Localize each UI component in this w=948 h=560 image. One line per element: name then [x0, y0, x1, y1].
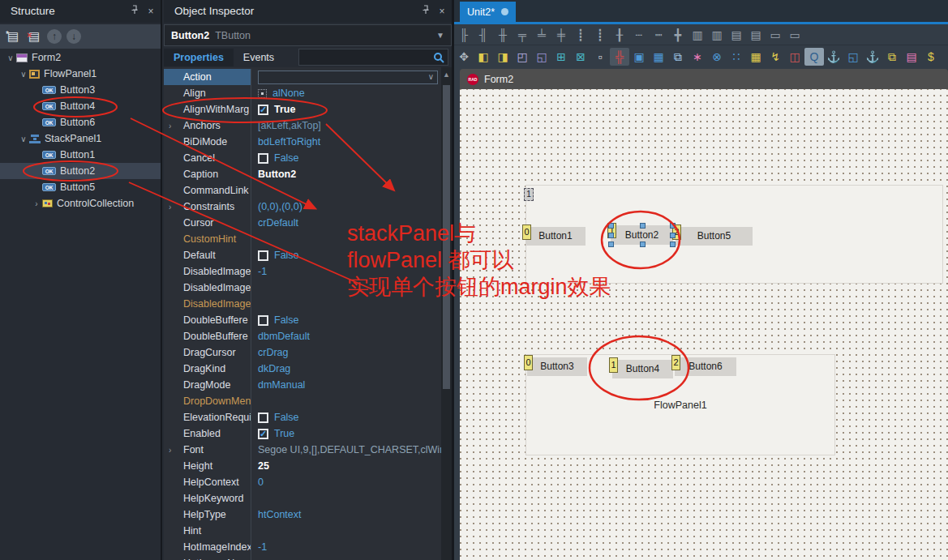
inspector-scrollbar[interactable]: ▲ [441, 67, 452, 560]
center-in-window-icon[interactable]: ✥ [454, 48, 474, 66]
property-name-cell[interactable]: DoubleBuffere [164, 328, 251, 344]
property-value-cell[interactable]: -1 [251, 539, 441, 555]
tab-events[interactable]: Events [234, 49, 284, 66]
property-value-cell[interactable]: crDrag [251, 344, 441, 361]
property-name-cell[interactable]: Enabled [164, 425, 251, 442]
property-row-cancel[interactable]: CancelFalse [164, 150, 441, 166]
property-row-height[interactable]: Height25 [164, 458, 441, 474]
value-dropdown[interactable]: ∨ [258, 71, 438, 84]
tab-unit2[interactable]: Unit2* [460, 2, 516, 22]
property-name-cell[interactable]: Cancel [164, 150, 251, 166]
space-equally-horizontal-icon[interactable]: ┄ [629, 26, 649, 44]
property-name-cell[interactable]: DragMode [164, 377, 251, 393]
bring-to-front-icon[interactable]: ◰ [513, 48, 532, 66]
tree-expand-icon[interactable]: › [31, 199, 42, 208]
selection-handle[interactable] [608, 233, 614, 238]
property-value-cell[interactable]: bdLeftToRight [251, 134, 441, 150]
pin-icon[interactable] [421, 0, 431, 23]
property-name-cell[interactable]: HotImageNam [164, 555, 251, 560]
property-name-cell[interactable]: HelpContext [164, 474, 251, 490]
property-name-cell[interactable]: Align [164, 85, 251, 101]
property-row-default[interactable]: DefaultFalse [164, 247, 441, 263]
property-value-cell[interactable]: ✓True [251, 101, 441, 118]
button1-control[interactable]: Button1 [525, 227, 586, 246]
property-row-customhint[interactable]: CustomHint [164, 231, 441, 247]
tab-properties[interactable]: Properties [164, 49, 234, 66]
property-value-cell[interactable]: False [251, 409, 441, 425]
grid-options-icon[interactable]: ▦ [746, 48, 766, 66]
pin-icon[interactable] [130, 0, 139, 23]
property-name-cell[interactable]: DisabledImage [164, 280, 251, 296]
property-value-cell[interactable] [251, 231, 441, 247]
cancel-icon[interactable]: ⊗ [707, 48, 727, 66]
tree-expand-icon[interactable]: ∨ [5, 53, 16, 62]
property-row-hotimagenam[interactable]: HotImageNam [164, 555, 441, 560]
lock-controls-icon[interactable]: ▣ [629, 48, 649, 66]
sidebar-item-form2[interactable]: ∨Form2 [0, 49, 161, 66]
scroll-up-icon[interactable]: ▲ [441, 71, 452, 79]
property-row-font[interactable]: ›FontSegoe UI,9,[],DEFAULT_CHARSET,clWin… [164, 442, 441, 458]
property-row-helpkeyword[interactable]: HelpKeyword [164, 490, 441, 507]
make-same-height-alt-icon[interactable]: ▤ [746, 26, 766, 44]
tree-expand-icon[interactable]: ∨ [18, 135, 29, 143]
property-row-action[interactable]: Action∨ [164, 69, 441, 85]
align-left-edges-icon[interactable]: ╟ [454, 26, 474, 44]
property-row-doublebuffere[interactable]: DoubleBufferedbmDefault [164, 328, 441, 344]
property-value-cell[interactable]: crDefault [251, 215, 441, 231]
button5-control[interactable]: Button5 [676, 227, 753, 246]
property-name-cell[interactable]: ›Anchors [164, 118, 251, 134]
property-value-cell[interactable]: htContext [251, 507, 441, 523]
button6-control[interactable]: Button6 [675, 357, 736, 376]
wand-icon[interactable]: ↯ [766, 48, 785, 66]
align-horizontal-centers-icon[interactable]: ╪ [551, 26, 571, 44]
selection-handle[interactable] [640, 223, 646, 229]
property-value-cell[interactable] [251, 296, 441, 312]
property-row-enabled[interactable]: Enabled✓True [164, 425, 441, 442]
property-name-cell[interactable]: Height [164, 458, 251, 474]
button3-control[interactable]: Button3 [527, 357, 587, 376]
property-row-commandlink[interactable]: CommandLink [164, 182, 441, 199]
property-value-cell[interactable]: -1 [251, 263, 441, 280]
property-name-cell[interactable]: DropDownMen [164, 393, 251, 409]
form-titlebar[interactable]: RAD Form2 [460, 69, 948, 89]
checkbox-checked[interactable]: ✓ [258, 105, 268, 115]
property-name-cell[interactable]: Action [164, 69, 251, 85]
make-same-height-icon[interactable]: ▤ [727, 26, 746, 44]
property-value-cell[interactable]: dmManual [251, 377, 441, 393]
property-name-cell[interactable]: DragCursor [164, 344, 251, 361]
property-value-cell[interactable] [251, 490, 441, 507]
instance-selector[interactable]: Button2 TButton ▼ [164, 24, 452, 46]
property-name-cell[interactable]: HotImageIndex [164, 539, 251, 555]
sidebar-item-button5[interactable]: OKButton5 [0, 179, 161, 195]
close-icon[interactable]: × [437, 0, 447, 23]
property-value-cell[interactable]: Segoe UI,9,[],DEFAULT_CHARSET,clWindow [251, 442, 441, 458]
space-equally-vertical-alt-icon[interactable]: ┋ [590, 26, 610, 44]
property-value-cell[interactable]: 25 [251, 458, 441, 474]
property-value-cell[interactable]: dbmDefault [251, 328, 441, 344]
tile-horizontal-icon[interactable]: ◧ [474, 48, 493, 66]
property-name-cell[interactable]: Cursor [164, 215, 251, 231]
property-name-cell[interactable]: BiDiMode [164, 134, 251, 150]
sidebar-item-flowpanel1[interactable]: ∨FlowPanel1 [0, 66, 161, 82]
close-icon[interactable]: × [146, 0, 156, 23]
anchor-circle-icon[interactable]: ⚓ [824, 48, 843, 66]
selection-handle[interactable] [670, 242, 676, 247]
property-value-cell[interactable]: False [251, 150, 441, 166]
property-value-cell[interactable] [251, 393, 441, 409]
scrollbar-thumb[interactable] [443, 85, 450, 389]
property-row-align[interactable]: AlignalNone [164, 85, 441, 101]
sidebar-item-button4[interactable]: OKButton4 [0, 98, 161, 114]
property-name-cell[interactable]: DragKind [164, 361, 251, 377]
property-value-cell[interactable]: dkDrag [251, 361, 441, 377]
center-vertically-icon[interactable]: ╂ [610, 26, 629, 44]
property-row-cursor[interactable]: CursorcrDefault [164, 215, 441, 231]
property-row-alignwithmarg[interactable]: AlignWithMarg✓True [164, 101, 441, 118]
align-bottoms-icon[interactable]: ╧ [532, 26, 551, 44]
move-up-button[interactable]: ↑ [47, 29, 62, 44]
make-same-size-alt-icon[interactable]: ▭ [785, 26, 804, 44]
property-value-cell[interactable]: alNone [251, 85, 441, 101]
property-row-anchors[interactable]: ›Anchors[akLeft,akTop] [164, 118, 441, 134]
property-name-cell[interactable]: HelpType [164, 507, 251, 523]
property-value-cell[interactable] [251, 280, 441, 296]
checkbox-unchecked[interactable] [258, 250, 268, 261]
